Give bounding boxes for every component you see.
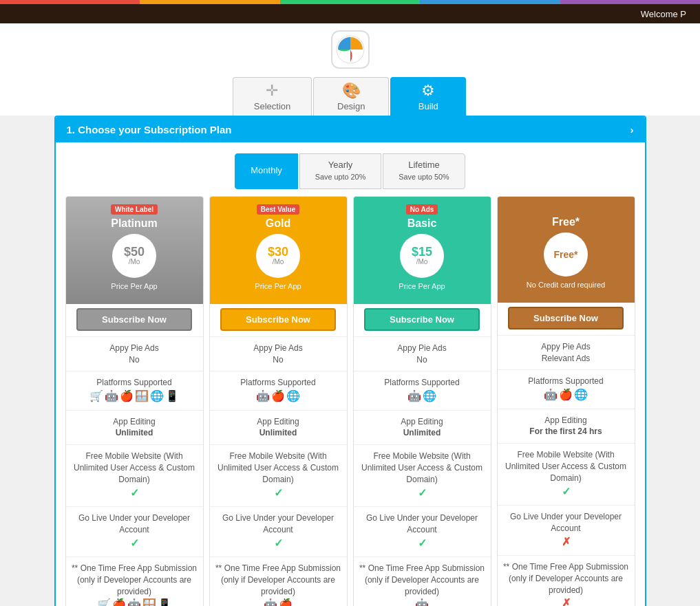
apple-icon-f: 🍎 <box>559 387 573 402</box>
platinum-golive-check: ✓ <box>130 537 139 549</box>
free-subscribe-btn[interactable]: Subscribe Now <box>508 307 624 329</box>
free-ads-row: Appy Pie AdsRelevant Ads <box>498 335 635 370</box>
tab-design[interactable]: 🎨 Design <box>313 77 389 116</box>
free-name: Free* <box>502 216 630 228</box>
logo <box>331 30 370 69</box>
plans-grid: White Label Platinum $50 /Mo Price Per A… <box>56 196 645 606</box>
platinum-name: Platinum <box>70 217 199 230</box>
html5-icon-b: 🌐 <box>423 389 436 404</box>
gold-ads-row: Appy Pie AdsNo <box>210 336 347 371</box>
platinum-ads-row: Appy Pie AdsNo <box>66 336 203 371</box>
design-icon: 🎨 <box>342 82 361 100</box>
apple-sub-g: 🍎 <box>279 597 293 606</box>
free-price-label: No Credit card required <box>502 281 630 289</box>
android-icon-b: 🤖 <box>407 389 421 404</box>
platinum-badge: White Label <box>111 204 158 215</box>
build-icon: ⚙ <box>421 82 435 100</box>
bb-icon: 📱 <box>165 389 179 404</box>
basic-golive-row: Go Live Under your Developer Account ✓ <box>354 506 491 556</box>
basic-website-row: Free Mobile Website (With Unlimited User… <box>354 444 491 506</box>
tab-selection[interactable]: ✛ Selection <box>233 77 312 116</box>
basic-price: $15 <box>412 246 432 258</box>
gold-golive-check: ✓ <box>274 537 283 549</box>
free-golive-row: Go Live Under your Developer Account ✗ <box>498 505 635 555</box>
plan-platinum: White Label Platinum $50 /Mo Price Per A… <box>65 196 204 606</box>
platinum-platforms-row: Platforms Supported 🛒 🤖 🍎 🪟 🌐 📱 <box>66 371 203 409</box>
android-sub-icon: 🤖 <box>127 597 141 606</box>
basic-badge: No Ads <box>406 204 438 215</box>
tab-selection-label: Selection <box>254 101 290 111</box>
windows-sub-icon: 🪟 <box>142 597 156 606</box>
bb-sub-icon: 📱 <box>158 597 171 606</box>
platinum-per: /Mo <box>129 258 140 266</box>
basic-name: Basic <box>358 217 487 230</box>
billing-yearly[interactable]: YearlySave upto 20% <box>299 153 381 189</box>
gold-submission-icons: 🤖 🍎 <box>215 597 341 606</box>
gold-name: Gold <box>214 217 343 230</box>
section-header: 1. Choose your Subscription Plan › <box>56 117 645 142</box>
basic-price-label: Price Per App <box>358 282 487 290</box>
basic-price-circle: $15 /Mo <box>400 234 444 278</box>
android-icon-f: 🤖 <box>544 387 558 402</box>
free-editing-val: For the first 24 hrs <box>529 426 602 436</box>
platinum-platform-icons: 🛒 🤖 🍎 🪟 🌐 📱 <box>72 389 198 404</box>
top-bar: Welcome P <box>0 4 700 23</box>
platinum-golive-row: Go Live Under your Developer Account ✓ <box>66 506 203 556</box>
apple-sub-icon: 🍎 <box>112 597 126 606</box>
platinum-website-check: ✓ <box>130 487 139 499</box>
gold-golive-row: Go Live Under your Developer Account ✓ <box>210 506 347 556</box>
html5-icon: 🌐 <box>150 389 164 404</box>
plan-gold: Best Value Gold $30 /Mo Price Per App Su… <box>209 196 348 606</box>
plan-basic: No Ads Basic $15 /Mo Price Per App Subsc… <box>353 196 491 606</box>
tab-build-label: Build <box>418 101 438 111</box>
welcome-text: Welcome P <box>641 9 686 19</box>
basic-submission-row: ** One Time Free App Submission (only if… <box>354 556 491 606</box>
basic-website-check: ✓ <box>418 487 427 499</box>
gold-website-check: ✓ <box>274 487 283 499</box>
nav-tabs: ✛ Selection 🎨 Design ⚙ Build <box>233 77 467 116</box>
basic-golive-check: ✓ <box>418 537 427 549</box>
free-price: Free* <box>553 250 577 259</box>
gold-submission-row: ** One Time Free App Submission (only if… <box>210 556 347 606</box>
platinum-price: $50 <box>124 246 145 258</box>
basic-subscribe-btn[interactable]: Subscribe Now <box>364 308 480 331</box>
apple-icon-g: 🍎 <box>271 389 285 404</box>
basic-editing-row: App Editing Unlimited <box>354 410 491 445</box>
basic-per: /Mo <box>416 258 428 266</box>
platinum-subscribe-btn[interactable]: Subscribe Now <box>76 308 192 331</box>
gold-platform-icons: 🤖 🍎 🌐 <box>215 389 341 404</box>
gold-per: /Mo <box>273 258 284 266</box>
gold-price: $30 <box>268 246 288 258</box>
free-platform-icons: 🤖 🍎 🌐 <box>503 387 629 402</box>
platinum-price-circle: $50 /Mo <box>112 234 156 278</box>
basic-editing-val: Unlimited <box>403 428 441 437</box>
header: ✛ Selection 🎨 Design ⚙ Build <box>0 23 700 116</box>
basic-platform-icons: 🤖 🌐 <box>359 389 485 404</box>
platinum-editing-val: Unlimited <box>116 428 153 437</box>
free-golive-cross: ✗ <box>562 536 571 548</box>
free-submission-cross: ✗ <box>562 597 571 606</box>
gold-website-row: Free Mobile Website (With Unlimited User… <box>210 444 347 506</box>
billing-lifetime[interactable]: LifetimeSave upto 50% <box>383 153 465 189</box>
plan-basic-header: No Ads Basic $15 /Mo Price Per App <box>354 197 491 304</box>
gold-subscribe-btn[interactable]: Subscribe Now <box>220 308 336 331</box>
gold-price-label: Price Per App <box>214 282 343 290</box>
tab-build[interactable]: ⚙ Build <box>390 77 466 116</box>
basic-ads-row: Appy Pie AdsNo <box>354 336 491 371</box>
billing-monthly[interactable]: Monthly <box>235 153 298 189</box>
html5-icon-f: 🌐 <box>574 387 588 402</box>
free-website-row: Free Mobile Website (With Unlimited User… <box>498 443 635 505</box>
amazon-sub-icon: 🛒 <box>97 597 111 606</box>
plan-gold-header: Best Value Gold $30 /Mo Price Per App <box>210 197 347 304</box>
android-icon: 🤖 <box>105 389 118 404</box>
free-submission-row: ** One Time Free App Submission (only if… <box>498 555 635 606</box>
platinum-submission-row: ** One Time Free App Submission (only if… <box>66 556 203 606</box>
selection-icon: ✛ <box>266 82 278 100</box>
basic-platforms-row: Platforms Supported 🤖 🌐 <box>354 371 491 409</box>
gold-editing-val: Unlimited <box>259 428 297 437</box>
platinum-price-label: Price Per App <box>70 282 199 290</box>
html5-icon-g: 🌐 <box>286 389 300 404</box>
free-platforms-row: Platforms Supported 🤖 🍎 🌐 <box>498 369 635 408</box>
plan-free: Free* Free* No Credit card required Subs… <box>497 196 635 606</box>
apple-icon: 🍎 <box>120 389 134 404</box>
